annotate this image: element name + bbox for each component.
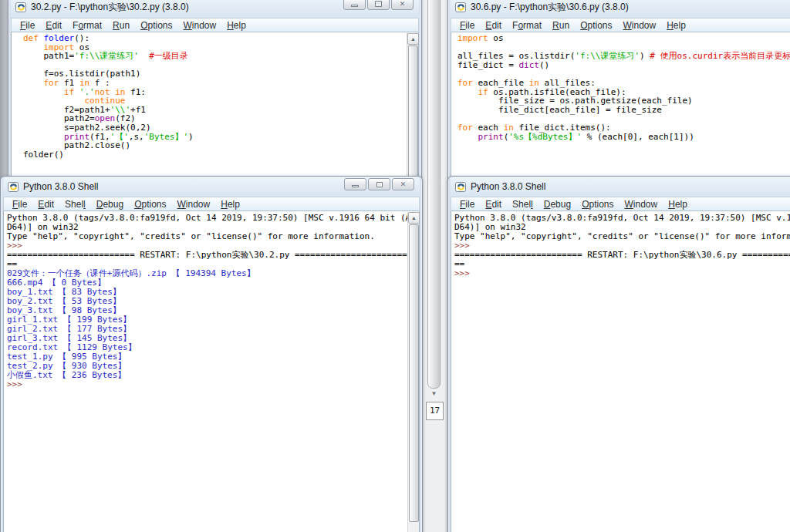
menu-item-edit[interactable]: Edit [32, 197, 59, 211]
window-title: 30.2.py - F:\python实验\30.2.py (3.8.0) [31, 1, 189, 14]
menu-item-window[interactable]: Window [172, 197, 216, 211]
background-scrollbar[interactable] [427, 0, 441, 389]
text-line: >>> [454, 269, 790, 278]
menu-item-file[interactable]: File [15, 19, 40, 32]
text-line: file_dict = dict() [457, 61, 790, 70]
window-title: 30.6.py - F:\python实验\30.6.py (3.8.0) [471, 1, 629, 14]
menubar: FileEditFormatRunOptionsWindowHelp [451, 18, 790, 32]
menu-item-help[interactable]: Help [221, 19, 252, 32]
menu-item-help[interactable]: Help [215, 197, 245, 211]
titlebar[interactable]: 30.6.py - F:\python实验\30.6.py (3.8.0) [451, 0, 790, 18]
menu-item-file[interactable]: File [454, 197, 480, 211]
menu-item-options[interactable]: Options [575, 19, 617, 32]
maximize-button[interactable] [368, 178, 390, 190]
text-line: path1='f:\\课堂练习' #一级目录 [23, 52, 418, 61]
background-line-indicator: 17 [426, 402, 444, 420]
menu-item-run[interactable]: Run [107, 19, 135, 32]
shell-output-area[interactable]: Python 3.8.0 (tags/v3.8.0:fa919fd, Oct 1… [451, 211, 790, 532]
menu-item-edit[interactable]: Edit [480, 197, 507, 211]
menu-item-edit[interactable]: Edit [40, 19, 67, 32]
text-line: 小假鱼.txt 【 236 Bytes】 [7, 371, 419, 380]
menu-item-shell[interactable]: Shell [59, 197, 91, 211]
shell-window-left: Python 3.8.0 Shell ✕ FileEditShellDebugO… [0, 176, 423, 532]
scroll-down-arrow-icon[interactable]: ▼ [428, 389, 440, 399]
menu-item-window[interactable]: Window [178, 19, 222, 32]
scroll-up-arrow-icon[interactable]: ▲ [407, 33, 419, 45]
menu-item-debug[interactable]: Debug [538, 197, 576, 211]
caption-buttons: ✕ [344, 178, 414, 190]
idle-app-icon [455, 181, 467, 193]
menu-item-debug[interactable]: Debug [91, 197, 129, 211]
window-title: Python 3.8.0 Shell [23, 181, 98, 192]
menu-item-run[interactable]: Run [547, 19, 575, 32]
titlebar[interactable]: Python 3.8.0 Shell [451, 177, 790, 197]
menu-item-options[interactable]: Options [135, 19, 177, 32]
menubar: FileEditFormatRunOptionsWindowHelp [11, 18, 419, 32]
caption-buttons: ✕ [343, 0, 414, 10]
minimize-button[interactable] [344, 178, 366, 190]
minimize-button[interactable] [343, 0, 366, 10]
text-line: Type "help", "copyright", "credits" or "… [7, 232, 419, 241]
shell-window-right: Python 3.8.0 Shell FileEditShellDebugOpt… [447, 176, 790, 532]
menu-item-window[interactable]: Window [618, 19, 662, 32]
menu-item-help[interactable]: Help [661, 19, 691, 32]
text-line: ========================= RESTART: F:\py… [454, 251, 790, 260]
scroll-up-arrow-icon[interactable]: ▲ [408, 212, 420, 224]
desktop: ▼ 17 30.2.py - F:\python实验\30.2.py (3.8.… [0, 0, 790, 532]
shell-scrollbar[interactable]: ▲ [407, 212, 419, 532]
menu-item-shell[interactable]: Shell [507, 197, 538, 211]
window-title: Python 3.8.0 Shell [471, 181, 545, 192]
text-line: Type "help", "copyright", "credits" or "… [454, 232, 790, 241]
idle-app-icon [8, 181, 19, 193]
text-line: path2.close() [23, 141, 418, 150]
menu-item-edit[interactable]: Edit [480, 19, 507, 32]
text-line: >>> [7, 380, 419, 389]
background-window-strip: ▼ 17 [422, 0, 447, 532]
maximize-button[interactable] [367, 0, 390, 10]
menu-item-window[interactable]: Window [620, 197, 663, 211]
close-button[interactable]: ✕ [391, 0, 414, 10]
menu-item-format[interactable]: Format [507, 19, 547, 32]
menu-item-format[interactable]: Format [67, 19, 107, 32]
text-line: print('%s【%dBytes】' % (each[0], each[1])… [457, 133, 790, 142]
scrollbar-thumb[interactable] [409, 224, 419, 522]
background-window-edge [0, 0, 8, 179]
menu-item-options[interactable]: Options [129, 197, 171, 211]
titlebar[interactable]: 30.2.py - F:\python实验\30.2.py (3.8.0) ✕ [11, 0, 419, 18]
text-line: import os [457, 34, 790, 43]
idle-app-icon [455, 2, 467, 13]
menu-item-help[interactable]: Help [663, 197, 693, 211]
menu-item-file[interactable]: File [7, 197, 32, 211]
close-button[interactable]: ✕ [392, 178, 414, 190]
menubar: FileEditShellDebugOptionsWindowHelp [451, 197, 790, 211]
text-line: == [454, 260, 790, 269]
shell-output-area[interactable]: Python 3.8.0 (tags/v3.8.0:fa919fd, Oct 1… [3, 211, 420, 532]
menubar: FileEditShellDebugOptionsWindowHelp [3, 197, 420, 211]
text-line: folder() [23, 150, 418, 160]
menu-item-options[interactable]: Options [576, 197, 619, 211]
text-line: ========================= RESTART: F:\py… [7, 251, 419, 260]
idle-app-icon [15, 2, 27, 13]
menu-item-file[interactable]: File [454, 19, 480, 32]
text-line: file_dict[each_file] = file_size [457, 106, 790, 115]
titlebar[interactable]: Python 3.8.0 Shell ✕ [3, 177, 420, 197]
